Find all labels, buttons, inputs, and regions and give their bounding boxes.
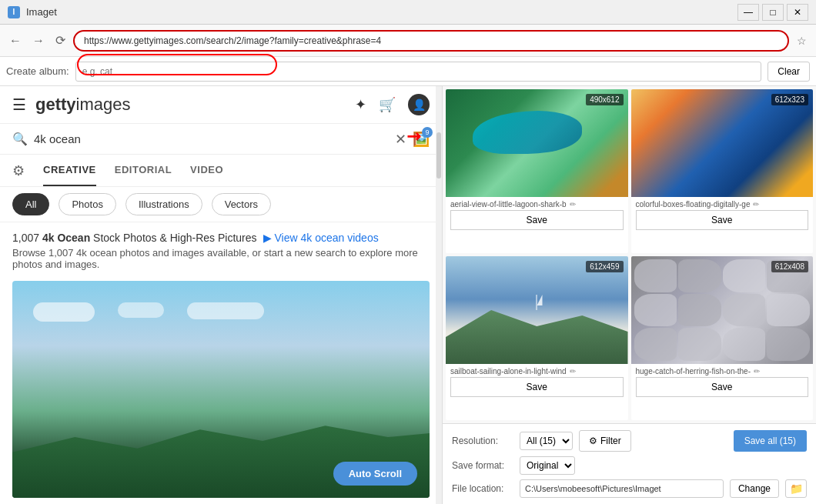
- search-input[interactable]: [34, 132, 389, 145]
- image-name-2: colorful-boxes-floating-digitally-ge ✏: [636, 200, 809, 209]
- image-thumb-4[interactable]: 612x408: [631, 256, 814, 364]
- edit-icon-1: ✏: [570, 200, 576, 209]
- image-name-4: huge-catch-of-herring-fish-on-the- ✏: [636, 367, 809, 375]
- image-thumb-2[interactable]: 612x323: [631, 89, 814, 197]
- image-dims-2: 612x323: [771, 94, 808, 105]
- island-silhouette: [12, 422, 430, 498]
- save-all-button[interactable]: Save all (15): [734, 430, 807, 452]
- cat-vectors-button[interactable]: Vectors: [212, 193, 271, 215]
- results-count: 1,007 4k Ocean Stock Photos & High-Res P…: [12, 232, 257, 244]
- bottom-controls: Resolution: All (15) 1080p 4K ⚙ Filter S…: [443, 423, 816, 504]
- resolution-select[interactable]: All (15) 1080p 4K: [520, 432, 573, 450]
- results-description: Browse 1,007 4k ocean photos and images …: [12, 247, 430, 270]
- cart-icon[interactable]: 🛒: [379, 96, 396, 113]
- mountain-shape: [446, 310, 628, 364]
- image-name-1: aerial-view-of-little-lagoon-shark-b ✏: [450, 200, 624, 209]
- imaget-bar: Create album: Clear: [0, 57, 816, 86]
- format-select[interactable]: Original JPG PNG WEBP: [520, 456, 575, 475]
- left-panel: ☰ gettyimages ✦ 🛒 👤 ↗ 🔍 ✕ 🖼️ 9: [0, 86, 443, 504]
- logo-light: images: [76, 95, 131, 115]
- search-icon: 🔍: [12, 132, 28, 146]
- sailboat-shape: [537, 295, 537, 310]
- save-button-1[interactable]: Save: [450, 210, 624, 230]
- fish-grid: [631, 256, 814, 364]
- video-link[interactable]: ▶ View 4k ocean videos: [263, 232, 379, 244]
- app-icon: I: [8, 6, 20, 18]
- edit-icon-3: ✏: [570, 367, 576, 375]
- scroll-thumb[interactable]: [436, 132, 441, 179]
- maximize-button[interactable]: □: [762, 4, 784, 21]
- preview-clouds: [33, 302, 409, 322]
- image-thumb-1[interactable]: 490x612: [446, 89, 628, 197]
- auto-scroll-button[interactable]: Auto Scroll: [333, 462, 417, 486]
- file-location-label: File location:: [452, 483, 513, 494]
- address-bar[interactable]: [73, 30, 789, 52]
- logo-bold: getty: [35, 95, 76, 115]
- clear-button[interactable]: Clear: [768, 62, 810, 82]
- category-filters: All Photos Illustrations Vectors: [0, 187, 442, 222]
- video-icon: ▶: [263, 232, 272, 244]
- resolution-label: Resolution:: [452, 436, 513, 446]
- getty-logo: gettyimages: [35, 95, 130, 115]
- image-dims-4: 612x408: [771, 261, 808, 272]
- tab-creative[interactable]: CREATIVE: [43, 155, 96, 186]
- filter-adjust-icon[interactable]: ⚙: [12, 162, 25, 179]
- cat-all-button[interactable]: All: [12, 193, 49, 215]
- user-icon[interactable]: 👤: [408, 94, 430, 115]
- scroll-track[interactable]: [436, 86, 442, 504]
- image-dims-3: 612x459: [586, 261, 623, 272]
- save-button-3[interactable]: Save: [450, 377, 624, 397]
- preview-image: Auto Scroll: [12, 281, 430, 498]
- filter-icon: ⚙: [589, 436, 597, 446]
- bookmark-button[interactable]: ☆: [794, 32, 810, 50]
- format-row: Save format: Original JPG PNG WEBP: [452, 456, 807, 475]
- cloud-1: [33, 302, 95, 322]
- lagoon-shape: [473, 111, 582, 154]
- folder-button[interactable]: 📁: [785, 479, 807, 498]
- cloud-2: [118, 302, 164, 318]
- cat-photos-button[interactable]: Photos: [59, 193, 115, 215]
- image-card-3: 612x459 sailboat-sailing-alone-in-light-…: [446, 256, 628, 420]
- filter-button[interactable]: ⚙ Filter: [579, 430, 631, 452]
- location-row: File location: Change 📁: [452, 479, 807, 498]
- app-title: Imaget: [26, 6, 57, 18]
- image-thumb-3[interactable]: 612x459: [446, 256, 628, 364]
- video-link-text[interactable]: View 4k ocean videos: [275, 232, 379, 244]
- minimize-button[interactable]: —: [737, 4, 759, 21]
- save-format-label: Save format:: [452, 460, 513, 471]
- file-location-input[interactable]: [520, 479, 724, 498]
- getty-header: ☰ gettyimages ✦ 🛒 👤 ↗: [0, 86, 442, 124]
- edit-icon-2: ✏: [753, 200, 759, 209]
- filter-tabs: ⚙ CREATIVE EDITORIAL VIDEO: [0, 155, 442, 187]
- image-grid: 490x612 aerial-view-of-little-lagoon-sha…: [443, 86, 816, 423]
- image-name-3: sailboat-sailing-alone-in-light-wind ✏: [450, 367, 624, 375]
- tab-video[interactable]: VIDEO: [190, 155, 223, 186]
- browser-bar: ← → ⟳ ☆: [0, 25, 816, 57]
- cloud-3: [187, 302, 264, 319]
- resolution-row: Resolution: All (15) 1080p 4K ⚙ Filter S…: [452, 430, 807, 452]
- results-info: 1,007 4k Ocean Stock Photos & High-Res P…: [0, 222, 442, 275]
- image-dims-1: 490x612: [586, 94, 623, 105]
- image-card-4: 612x408 huge-catch-of-herring-fish-on-th…: [631, 256, 814, 420]
- title-bar: I Imaget — □ ✕: [0, 0, 816, 25]
- save-button-2[interactable]: Save: [636, 210, 809, 230]
- close-button[interactable]: ✕: [787, 4, 808, 21]
- forward-button[interactable]: →: [29, 31, 48, 51]
- change-button[interactable]: Change: [730, 479, 779, 498]
- create-album-label: Create album:: [6, 65, 69, 77]
- search-bar: 🔍 ✕ 🖼️ 9: [0, 124, 442, 155]
- edit-icon-4: ✏: [754, 367, 760, 375]
- main-content: ☰ gettyimages ✦ 🛒 👤 ↗ 🔍 ✕ 🖼️ 9: [0, 86, 816, 504]
- image-card-2: 612x323 colorful-boxes-floating-digitall…: [631, 89, 814, 253]
- refresh-button[interactable]: ⟳: [52, 30, 69, 51]
- save-button-4[interactable]: Save: [636, 377, 809, 397]
- back-button[interactable]: ←: [6, 31, 25, 51]
- right-panel: 490x612 aerial-view-of-little-lagoon-sha…: [443, 86, 816, 504]
- cat-illustrations-button[interactable]: Illustrations: [125, 193, 202, 215]
- image-card-1: 490x612 aerial-view-of-little-lagoon-sha…: [446, 89, 628, 253]
- album-input[interactable]: [75, 62, 762, 82]
- sparkle-icon[interactable]: ✦: [355, 96, 366, 113]
- hamburger-icon[interactable]: ☰: [12, 95, 26, 114]
- tab-editorial[interactable]: EDITORIAL: [115, 155, 172, 186]
